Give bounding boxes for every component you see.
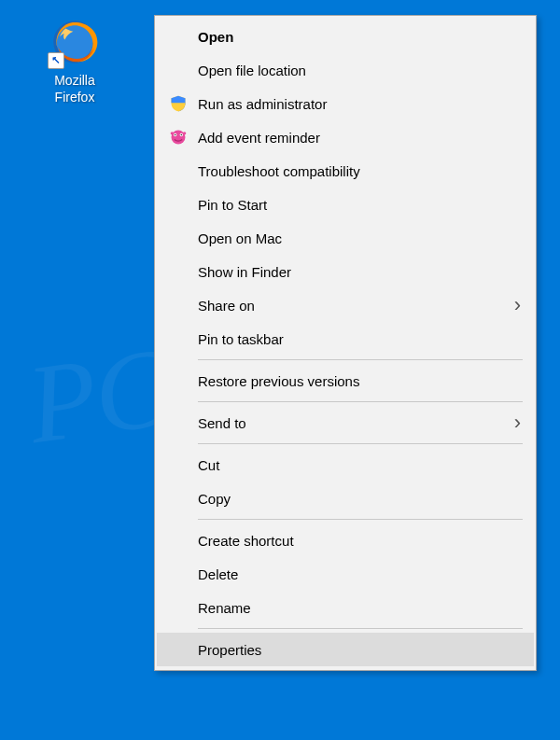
menu-item-troubleshoot-compatibility[interactable]: Troubleshoot compatibility <box>157 154 534 188</box>
desktop-shortcut-label: Mozilla Firefox <box>37 73 112 105</box>
menu-item-create-shortcut[interactable]: Create shortcut <box>157 524 534 557</box>
menu-item-label: Open file location <box>192 63 521 78</box>
svg-point-8 <box>183 132 186 134</box>
chevron-right-icon: › <box>510 293 521 317</box>
menu-separator <box>198 443 523 444</box>
svg-point-5 <box>175 134 176 136</box>
menu-item-restore-previous-versions[interactable]: Restore previous versions <box>157 364 534 398</box>
menu-item-share-on[interactable]: Share on› <box>157 288 534 322</box>
menu-item-label: Properties <box>192 642 521 658</box>
menu-item-label: Troubleshoot compatibility <box>192 163 521 179</box>
firefox-icon <box>48 15 102 69</box>
menu-item-label: Send to <box>192 415 510 431</box>
menu-item-pin-to-start[interactable]: Pin to Start <box>157 188 534 221</box>
svg-point-6 <box>181 134 183 136</box>
context-menu: OpenOpen file locationRun as administrat… <box>154 15 537 671</box>
reminder-icon <box>164 128 192 147</box>
menu-item-send-to[interactable]: Send to› <box>157 406 534 440</box>
menu-item-label: Cut <box>192 457 521 473</box>
menu-item-label: Share on <box>192 298 510 314</box>
menu-item-label: Create shortcut <box>192 533 521 549</box>
shortcut-arrow-icon <box>48 52 64 69</box>
menu-item-pin-to-taskbar[interactable]: Pin to taskbar <box>157 322 534 356</box>
menu-item-properties[interactable]: Properties <box>157 633 534 666</box>
menu-item-open-file-location[interactable]: Open file location <box>157 53 534 87</box>
menu-item-label: Rename <box>192 600 521 616</box>
svg-point-2 <box>172 131 186 145</box>
menu-separator <box>198 628 523 629</box>
menu-item-label: Restore previous versions <box>192 373 521 389</box>
menu-item-show-in-finder[interactable]: Show in Finder <box>157 255 534 288</box>
menu-separator <box>198 401 523 402</box>
menu-item-label: Pin to taskbar <box>192 331 521 347</box>
chevron-right-icon: › <box>510 411 521 435</box>
menu-item-run-as-administrator[interactable]: Run as administrator <box>157 87 534 120</box>
menu-item-open-on-mac[interactable]: Open on Mac <box>157 221 534 255</box>
menu-item-label: Delete <box>192 566 521 582</box>
desktop-shortcut-firefox[interactable]: Mozilla Firefox <box>37 15 112 105</box>
menu-item-rename[interactable]: Rename <box>157 591 534 624</box>
menu-separator <box>198 519 523 520</box>
menu-item-delete[interactable]: Delete <box>157 557 534 591</box>
menu-item-label: Pin to Start <box>192 197 521 213</box>
menu-item-label: Show in Finder <box>192 264 521 280</box>
menu-item-label: Add event reminder <box>192 130 521 146</box>
menu-separator <box>198 359 523 360</box>
menu-item-copy[interactable]: Copy <box>157 482 534 515</box>
menu-item-label: Run as administrator <box>192 96 521 112</box>
shield-icon <box>164 94 192 113</box>
menu-item-cut[interactable]: Cut <box>157 448 534 482</box>
svg-point-7 <box>171 132 174 134</box>
menu-item-open[interactable]: Open <box>157 20 534 53</box>
menu-item-label: Open <box>192 29 521 45</box>
menu-item-add-event-reminder[interactable]: Add event reminder <box>157 120 534 154</box>
menu-item-label: Open on Mac <box>192 230 521 246</box>
menu-item-label: Copy <box>192 491 521 507</box>
